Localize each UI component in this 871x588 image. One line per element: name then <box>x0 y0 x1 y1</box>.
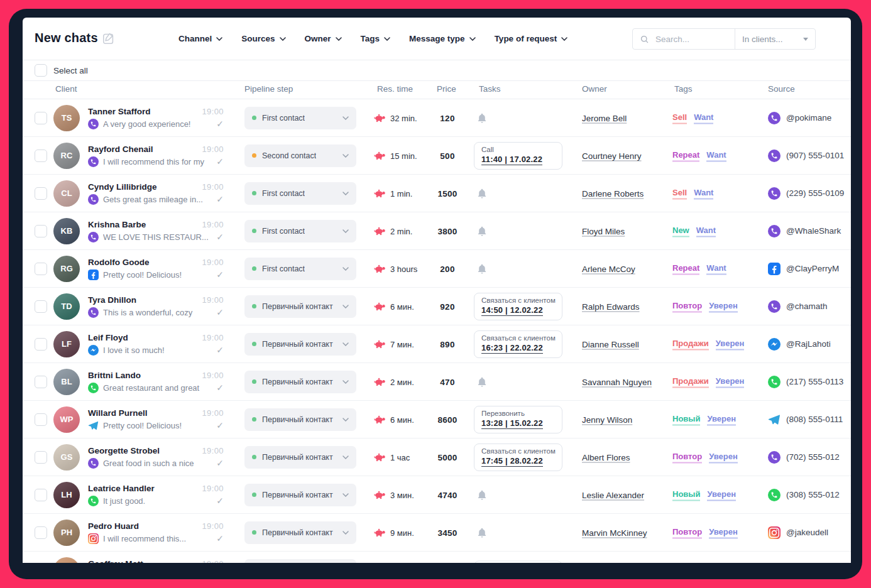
pipeline-step-select[interactable]: Первичный контакт <box>244 559 356 564</box>
source-handle[interactable]: (308) 555-012 <box>786 490 840 499</box>
tag-link[interactable]: Продажи <box>672 376 709 388</box>
pipeline-step-select[interactable]: Первичный контакт <box>244 521 356 544</box>
row-checkbox[interactable] <box>35 263 47 275</box>
search-field[interactable] <box>633 29 735 49</box>
row-checkbox[interactable] <box>35 489 47 501</box>
owner-link[interactable]: Ralph Edwards <box>582 302 640 311</box>
owner-link[interactable]: Albert Flores <box>582 452 630 462</box>
filter-channel[interactable]: Channel <box>178 34 222 43</box>
owner-link[interactable]: Darlene Roberts <box>582 188 644 198</box>
avatar[interactable]: RC <box>53 143 80 169</box>
task-card[interactable]: Call11:40 | 17.02.22 <box>474 142 562 170</box>
tag-link[interactable]: Уверен <box>716 376 745 388</box>
owner-link[interactable]: Leslie Alexander <box>582 490 644 499</box>
source-handle[interactable]: @chamath <box>786 302 827 311</box>
bell-icon[interactable] <box>476 187 488 200</box>
tag-link[interactable]: Want <box>706 263 726 275</box>
pipeline-step-select[interactable]: First contact <box>244 220 356 242</box>
tag-link[interactable]: Уверен <box>707 489 736 501</box>
pipeline-step-select[interactable]: Первичный контакт <box>244 333 356 356</box>
owner-link[interactable]: Courtney Henry <box>582 151 642 160</box>
row-checkbox[interactable] <box>35 526 47 539</box>
bell-icon[interactable] <box>476 489 488 501</box>
pipeline-step-select[interactable]: Первичный контакт <box>244 484 356 506</box>
bell-icon[interactable] <box>476 112 488 124</box>
owner-link[interactable]: Arlene McCoy <box>582 264 635 273</box>
client-name[interactable]: Pedro Huard <box>88 521 139 531</box>
avatar[interactable]: GS <box>53 444 80 471</box>
avatar[interactable]: LF <box>53 331 80 357</box>
owner-link[interactable]: Dianne Russell <box>582 339 639 349</box>
tag-link[interactable]: Новый <box>672 489 700 501</box>
tag-link[interactable]: Повтор <box>672 300 702 312</box>
search-scope-select[interactable]: In clients... <box>735 29 815 49</box>
tag-link[interactable]: Уверен <box>709 526 738 538</box>
pipeline-step-select[interactable]: Первичный контакт <box>244 371 356 393</box>
tag-link[interactable]: Продажи <box>672 338 709 350</box>
filter-tags[interactable]: Tags <box>361 34 391 43</box>
tag-link[interactable]: Уверен <box>709 300 738 312</box>
row-checkbox[interactable] <box>35 376 47 388</box>
tag-link[interactable]: Want <box>706 150 726 161</box>
avatar[interactable]: RG <box>53 256 80 282</box>
avatar[interactable]: BL <box>53 369 80 395</box>
task-card[interactable] <box>474 560 562 563</box>
bell-icon[interactable] <box>476 263 488 275</box>
select-all-checkbox[interactable] <box>35 64 47 77</box>
filter-owner[interactable]: Owner <box>305 34 342 43</box>
tag-link[interactable]: Уверен <box>709 451 738 463</box>
source-handle[interactable]: (808) 555-0111 <box>786 415 843 424</box>
source-handle[interactable]: (217) 555-0113 <box>786 377 843 386</box>
task-card[interactable]: Связаться с клиентом17:45 | 28.02.22 <box>474 444 562 471</box>
client-name[interactable]: Tyra Dhillon <box>88 295 136 305</box>
source-handle[interactable]: (229) 555-0109 <box>786 188 844 198</box>
pipeline-step-select[interactable]: Первичный контакт <box>244 295 356 318</box>
avatar[interactable]: CL <box>53 180 80 207</box>
bell-icon[interactable] <box>476 526 488 539</box>
filter-type-of-request[interactable]: Type of request <box>495 34 568 43</box>
source-handle[interactable]: (702) 555-012 <box>786 452 840 462</box>
row-checkbox[interactable] <box>35 225 47 237</box>
row-checkbox[interactable] <box>35 300 47 313</box>
row-checkbox[interactable] <box>35 338 47 351</box>
tag-link[interactable]: Want <box>694 187 713 199</box>
client-name[interactable]: Georgette Strobel <box>88 446 160 455</box>
source-handle[interactable]: @jakeudell <box>786 528 828 537</box>
task-card[interactable]: Связаться с клиентом16:23 | 22.02.22 <box>474 330 562 358</box>
source-handle[interactable]: @RajLahoti <box>786 339 831 349</box>
row-checkbox[interactable] <box>35 413 47 426</box>
pipeline-step-select[interactable]: First contact <box>244 107 356 129</box>
task-card[interactable]: Перезвонить13:28 | 15.02.22 <box>474 406 562 433</box>
row-checkbox[interactable] <box>35 187 47 200</box>
avatar[interactable]: PH <box>53 520 80 546</box>
client-name[interactable]: Rayford Chenail <box>88 144 153 154</box>
owner-link[interactable]: Jenny Wilson <box>582 415 632 424</box>
owner-link[interactable]: Floyd Miles <box>582 226 625 236</box>
pipeline-step-select[interactable]: Первичный контакт <box>244 446 356 469</box>
search-input[interactable] <box>654 34 720 45</box>
row-checkbox[interactable] <box>35 150 47 162</box>
tag-link[interactable]: New <box>672 225 689 237</box>
tag-link[interactable]: Want <box>694 112 713 124</box>
owner-link[interactable]: Savannah Nguyen <box>582 377 652 386</box>
pipeline-step-select[interactable]: First contact <box>244 258 356 280</box>
client-name[interactable]: Leatrice Handler <box>88 484 155 493</box>
pipeline-step-select[interactable]: Second contact <box>244 144 356 167</box>
client-name[interactable]: Leif Floyd <box>88 333 128 342</box>
client-name[interactable]: Willard Purnell <box>88 408 147 418</box>
tag-link[interactable]: Повтор <box>672 451 702 463</box>
bell-icon[interactable] <box>476 376 488 388</box>
client-name[interactable]: Cyndy Lillibridge <box>88 182 157 192</box>
source-handle[interactable]: @WhaleShark <box>786 226 841 236</box>
bell-icon[interactable] <box>476 225 488 237</box>
client-name[interactable]: Brittni Lando <box>88 371 141 380</box>
task-card[interactable]: Связаться с клиентом14:50 | 12.02.22 <box>474 293 562 320</box>
row-checkbox[interactable] <box>35 112 47 124</box>
tag-link[interactable]: Уверен <box>707 413 736 425</box>
source-handle[interactable]: @ClayPerryM <box>786 264 839 273</box>
tag-link[interactable]: Новый <box>672 413 700 425</box>
avatar[interactable]: KB <box>53 218 80 244</box>
tag-link[interactable]: Repeat <box>672 150 699 161</box>
tag-link[interactable]: Повтор <box>672 526 702 538</box>
pipeline-step-select[interactable]: Первичный контакт <box>244 408 356 431</box>
